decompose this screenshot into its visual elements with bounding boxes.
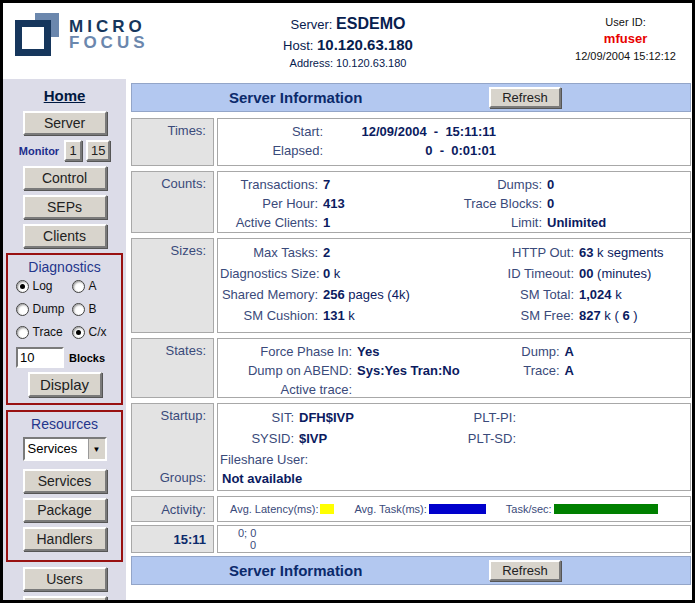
field-value: 256 pages (4k) [323, 284, 410, 305]
radio-button-icon[interactable] [72, 326, 85, 339]
info-line: Shared Memory:256 pages (4k) [220, 284, 454, 305]
legend-item: Avg. Task(ms): [354, 503, 485, 515]
legend-swatch [429, 504, 486, 514]
radio-b[interactable]: B [72, 302, 114, 316]
radio-label: Dump [33, 302, 65, 316]
legend-item: Avg. Latency(ms): [230, 503, 334, 515]
field-label: Start: [220, 122, 328, 141]
field-label: Limit: [454, 213, 547, 232]
info-line: Max Tasks:2 [220, 242, 454, 263]
resources-group: Resources Services ▼ Services Package Ha… [6, 410, 123, 562]
radio-button-icon[interactable] [72, 280, 85, 293]
radio-button-icon[interactable] [16, 280, 29, 293]
info-line: SIT:DFH$IVP [220, 407, 454, 428]
activity-legend: Avg. Latency(ms):Avg. Task(ms):Task/sec: [218, 497, 690, 521]
clients-button[interactable]: Clients [23, 224, 107, 248]
field-value: Unlimited [547, 213, 606, 232]
info-line: Active trace: [220, 380, 460, 398]
field-label: SM Free: [454, 305, 579, 326]
users-button[interactable]: Users [23, 567, 107, 591]
info-line: Trace Blocks:0 [454, 194, 688, 213]
field-value: 0 - 0:01:01 [328, 141, 496, 160]
blocks-input[interactable] [16, 347, 64, 368]
field-label: Active trace: [220, 380, 357, 398]
info-line: SM Total:1,024 k [454, 284, 688, 305]
page-header: MICRO FOCUS Server: ESDEMO Host: 10.120.… [3, 3, 692, 79]
info-line: Per Hour:413 [220, 194, 454, 213]
resources-select-value: Services [25, 439, 88, 459]
radio-dump[interactable]: Dump [16, 302, 72, 316]
package-button[interactable]: Package [23, 498, 107, 522]
sample-time: 15:11 [131, 525, 214, 553]
legend-swatch [320, 504, 334, 514]
handlers-button[interactable]: Handlers [23, 527, 107, 551]
startup-label: Startup: [132, 408, 206, 423]
field-label: Elapsed: [220, 141, 328, 160]
field-label: SM Cushion: [220, 305, 323, 326]
field-label: Trace: [460, 361, 565, 380]
field-label: Fileshare User: [220, 449, 299, 470]
server-name: ESDEMO [336, 15, 405, 32]
refresh-button-bottom[interactable]: Refresh [489, 560, 561, 581]
radio-label: B [89, 302, 97, 316]
info-line: Transactions:7 [220, 175, 454, 194]
legend-item: Task/sec: [506, 503, 658, 515]
server-button[interactable]: Server [23, 111, 107, 135]
info-line: Elapsed:0 - 0:01:01 [220, 141, 688, 160]
field-label: Dump: [460, 342, 565, 361]
monitor-label: Monitor [19, 145, 59, 157]
radio-button-icon[interactable] [72, 303, 85, 316]
diagnostics-group: Diagnostics LogADumpBTraceC/x Blocks Dis… [6, 253, 123, 405]
micro-focus-logo-icon [13, 12, 61, 58]
row-sizes: Sizes: Max Tasks:2Diagnostics Size:0 kSh… [131, 238, 691, 333]
monitor-15-button[interactable]: 15 [86, 140, 110, 161]
field-value: 0 k [323, 263, 340, 284]
counts-label: Counts: [131, 171, 214, 233]
info-line: Diagnostics Size:0 k [220, 263, 454, 284]
home-link[interactable]: Home [44, 87, 86, 104]
radio-label: C/x [89, 325, 107, 339]
info-line: Active Clients:1 [220, 213, 454, 232]
times-label: Times: [131, 118, 214, 166]
info-line: Fileshare User: [220, 449, 454, 470]
diagnostics-radio-grid: LogADumpBTraceC/x [8, 279, 121, 339]
field-value: DFH$IVP [299, 407, 354, 428]
refresh-button-top[interactable]: Refresh [489, 87, 561, 108]
field-label: Diagnostics Size: [220, 263, 323, 284]
info-line: ID Timeout:00 (minutes) [454, 263, 688, 284]
field-value: 0 [547, 175, 554, 194]
info-line: Limit:Unlimited [454, 213, 688, 232]
radio-a[interactable]: A [72, 279, 114, 293]
main-panel: Server Information Refresh Times: Start:… [131, 83, 691, 600]
sidebar: Home Server Monitor 1 15 Control SEPs Cl… [3, 79, 126, 600]
radio-button-icon[interactable] [16, 303, 29, 316]
display-button[interactable]: Display [28, 372, 102, 397]
field-label: SYSID: [220, 428, 299, 449]
server-identity: Server: ESDEMO Host: 10.120.63.180 Addre… [183, 15, 513, 69]
services-button[interactable]: Services [23, 469, 107, 493]
resources-select[interactable]: Services ▼ [23, 437, 107, 461]
address-value: 10.120.63.180 [336, 57, 406, 69]
field-label: Per Hour: [220, 194, 323, 213]
field-label: Trace Blocks: [454, 194, 547, 213]
field-label: Shared Memory: [220, 284, 323, 305]
legend-label: Avg. Latency(ms): [230, 503, 318, 515]
field-label: Active Clients: [220, 213, 323, 232]
field-value: 12/09/2004 - 15:11:11 [328, 122, 496, 141]
host-value: 10.120.63.180 [317, 36, 413, 53]
radio-cx[interactable]: C/x [72, 325, 114, 339]
monitor-1-button[interactable]: 1 [64, 140, 82, 161]
field-label: Force Phase In: [220, 342, 357, 361]
envvars-button[interactable]: Env.Vars. [23, 596, 107, 600]
panel-title: Server Information [229, 89, 362, 106]
activity-label: Activity: [131, 496, 214, 522]
radio-button-icon[interactable] [16, 326, 29, 339]
control-button[interactable]: Control [23, 166, 107, 190]
row-activity-sample: 15:11 0; 0 0 [131, 525, 691, 553]
seps-button[interactable]: SEPs [23, 195, 107, 219]
radio-trace[interactable]: Trace [16, 325, 72, 339]
field-value: 1 [323, 213, 330, 232]
blocks-row: Blocks [16, 347, 121, 368]
chevron-down-icon[interactable]: ▼ [88, 439, 105, 459]
radio-log[interactable]: Log [16, 279, 72, 293]
